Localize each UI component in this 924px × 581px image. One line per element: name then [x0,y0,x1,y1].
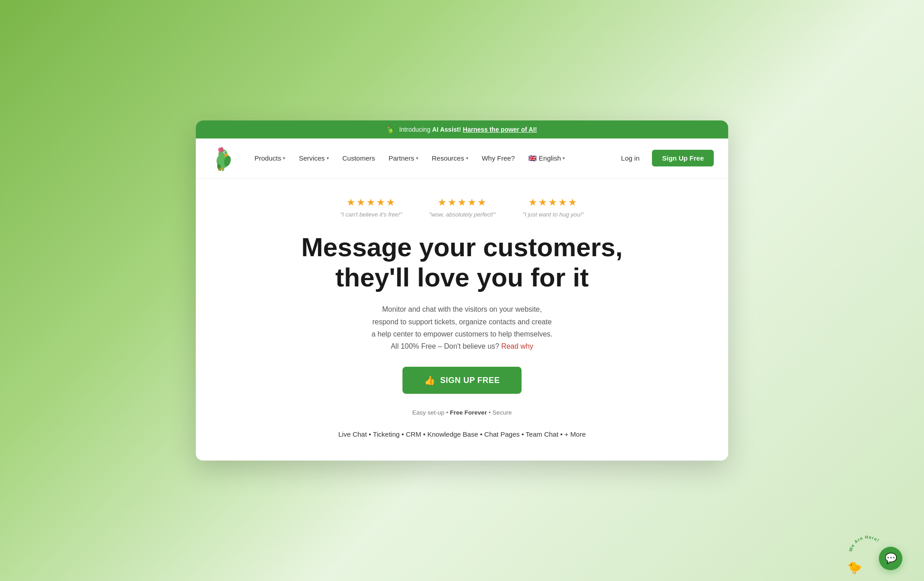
chevron-down-icon: ▾ [283,156,285,161]
hero-section: ★★★★★ "I can't believe it's free!" ★★★★★… [196,179,728,461]
svg-point-4 [225,152,226,153]
thumbs-up-icon: 👍 [424,375,436,386]
login-button[interactable]: Log in [616,151,645,166]
svg-text:We Are Here!: We Are Here! [848,535,880,552]
hero-subtitle: Monitor and chat with the visitors on yo… [354,303,570,352]
chevron-down-icon: ▾ [466,156,468,161]
review-quote-1: "I can't believe it's free!" [340,211,402,218]
chat-icon: 💬 [885,553,897,564]
reviews-row: ★★★★★ "I can't believe it's free!" ★★★★★… [214,197,710,218]
announcement-bar: 🦜 Introducing AI Assist! Harness the pow… [196,120,728,138]
stars-1: ★★★★★ [346,197,396,208]
navbar: Products ▾ Services ▾ Customers Partners… [196,138,728,179]
read-why-link[interactable]: Read why [501,342,533,350]
nav-products[interactable]: Products ▾ [248,151,291,166]
signup-button[interactable]: Sign Up Free [652,150,714,166]
review-item-3: ★★★★★ "I just want to hug you!" [522,197,584,218]
nav-why-free[interactable]: Why Free? [476,151,521,166]
stars-3: ★★★★★ [528,197,578,208]
nav-resources[interactable]: Resources ▾ [425,151,475,166]
chat-open-button[interactable]: 💬 [879,547,902,570]
logo[interactable] [210,146,236,171]
nav-customers[interactable]: Customers [336,151,382,166]
cta-subtitle: Easy set-up • Free Forever • Secure [214,409,710,416]
nav-right: Log in Sign Up Free [616,150,714,166]
cta-signup-button[interactable]: 👍 SIGN UP FREE [402,367,522,394]
hero-title: Message your customers, they'll love you… [300,232,624,292]
nav-services[interactable]: Services ▾ [292,151,335,166]
review-quote-3: "I just want to hug you!" [522,211,584,218]
feature-list: Live Chat • Ticketing • CRM • Knowledge … [214,430,710,438]
review-item-2: ★★★★★ "wow, absolutely perfect!" [429,197,495,218]
announcement-intro: Introducing [399,126,432,133]
chevron-down-icon: ▾ [563,156,565,161]
review-quote-2: "wow, absolutely perfect!" [429,211,495,218]
flag-icon: 🇬🇧 [528,154,537,162]
announcement-link[interactable]: Harness the power of AI! [463,126,537,133]
announcement-bold: AI Assist! [432,126,461,133]
svg-line-12 [218,170,219,171]
nav-links: Products ▾ Services ▾ Customers Partners… [248,151,614,166]
review-item-1: ★★★★★ "I can't believe it's free!" [340,197,402,218]
nav-partners[interactable]: Partners ▾ [382,151,425,166]
chevron-down-icon: ▾ [416,156,418,161]
chevron-down-icon: ▾ [327,156,329,161]
chat-widget[interactable]: We Are Here! 🐤 💬 [847,534,902,570]
nav-language[interactable]: 🇬🇧 English ▾ [522,151,571,166]
stars-2: ★★★★★ [438,197,487,208]
announcement-icon: 🦜 [387,126,395,133]
